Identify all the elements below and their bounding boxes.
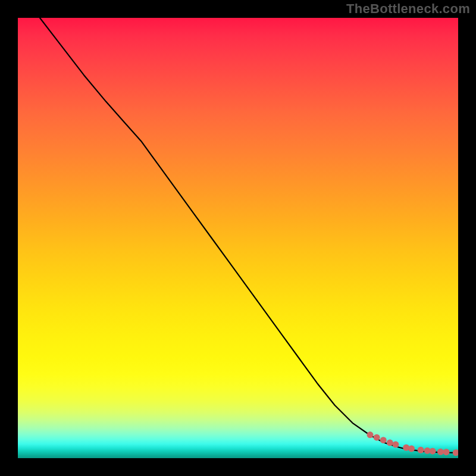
scatter-point: [430, 448, 436, 455]
scatter-point: [387, 440, 393, 446]
scatter-point: [367, 431, 374, 438]
scatter-point: [443, 449, 450, 455]
curve-line: [40, 18, 458, 453]
scatter-point: [408, 446, 415, 452]
scatter-points: [367, 431, 459, 456]
chart-overlay: [18, 18, 458, 458]
scatter-point: [380, 437, 387, 443]
scatter-point: [392, 441, 399, 448]
watermark-text: TheBottleneck.com: [346, 1, 470, 17]
scatter-point: [418, 447, 424, 453]
scatter-point: [437, 449, 444, 455]
chart-container: TheBottleneck.com: [0, 0, 476, 476]
scatter-point: [453, 449, 458, 456]
scatter-point: [374, 434, 380, 441]
plot-area: [18, 18, 458, 458]
